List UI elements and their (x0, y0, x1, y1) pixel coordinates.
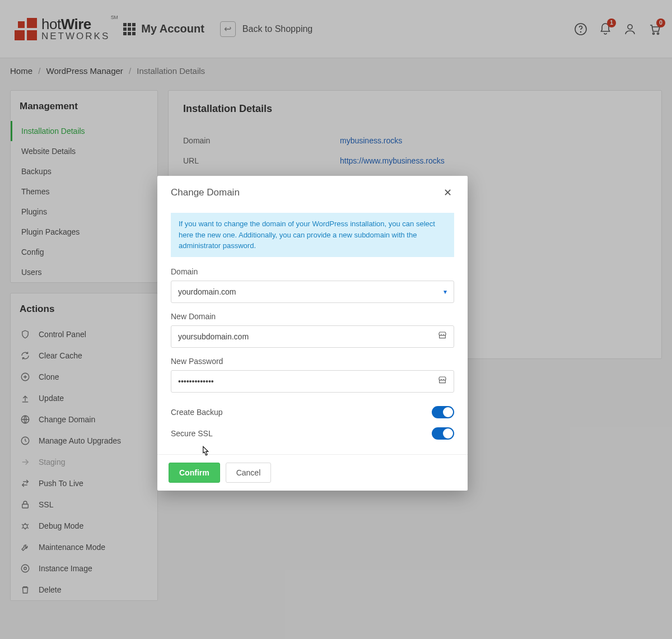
modal-title: Change Domain (171, 187, 240, 198)
secure-ssl-toggle[interactable] (432, 427, 454, 440)
change-domain-modal: Change Domain ✕ If you want to change th… (157, 176, 468, 491)
new-password-input[interactable] (171, 370, 454, 393)
info-banner: If you want to change the domain of your… (171, 213, 454, 257)
store-icon (438, 331, 447, 342)
domain-label: Domain (171, 267, 454, 276)
create-backup-toggle[interactable] (432, 406, 454, 418)
close-icon[interactable]: ✕ (441, 186, 454, 199)
chevron-down-icon: ▾ (444, 288, 447, 296)
confirm-button[interactable]: Confirm (169, 463, 220, 483)
new-password-label: New Password (171, 357, 454, 366)
store-icon (438, 376, 447, 386)
new-domain-label: New Domain (171, 312, 454, 321)
domain-select[interactable]: yourdomain.com ▾ (171, 281, 454, 303)
secure-ssl-label: Secure SSL (171, 429, 213, 438)
new-domain-input[interactable] (171, 325, 454, 348)
create-backup-label: Create Backup (171, 408, 223, 417)
cancel-button[interactable]: Cancel (226, 463, 272, 483)
